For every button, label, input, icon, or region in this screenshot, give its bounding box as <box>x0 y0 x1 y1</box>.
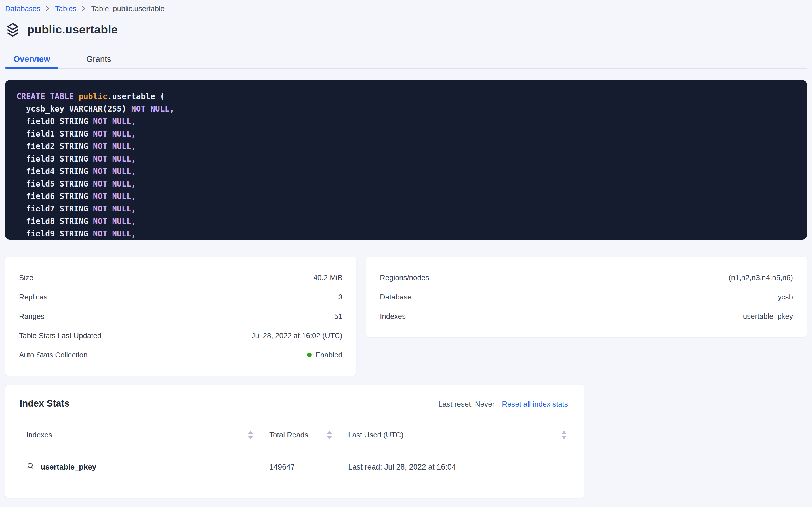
stat-value: Enabled <box>307 351 342 359</box>
summary-stat-row: Regions/nodes(n1,n2,n3,n4,n5,n6) <box>380 268 793 287</box>
sql-line: field8 STRING NOT NULL, <box>16 215 796 228</box>
stat-value: Jul 28, 2022 at 16:02 (UTC) <box>251 331 342 340</box>
table-details-page: Databases Tables Table: public.usertable… <box>0 0 812 498</box>
tab-bar: Overview Grants <box>5 50 807 69</box>
table-details-card: Size40.2 MiBReplicas3Ranges51Table Stats… <box>5 257 356 376</box>
column-header-label: Last Used (UTC) <box>348 431 403 440</box>
summary-stat-row: Replicas3 <box>19 287 342 306</box>
sql-line: field3 STRING NOT NULL, <box>16 153 796 165</box>
column-header-indexes[interactable]: Indexes <box>26 431 269 440</box>
breadcrumb-link-tables[interactable]: Tables <box>55 4 76 13</box>
sql-line: field7 STRING NOT NULL, <box>16 203 796 215</box>
column-header-label: Indexes <box>26 431 52 440</box>
row-divider <box>18 487 572 487</box>
index-name-cell[interactable]: usertable_pkey <box>26 462 269 472</box>
stat-value: 51 <box>334 312 342 321</box>
sort-arrows-icon[interactable] <box>561 431 567 439</box>
index-stats-actions: Last reset: Never Reset all index stats <box>438 400 568 412</box>
last-used-cell: Last read: Jul 28, 2022 at 16:04 <box>348 463 567 471</box>
stat-value: 3 <box>338 293 342 301</box>
index-name: usertable_pkey <box>41 463 97 471</box>
column-header-label: Total Reads <box>269 431 308 440</box>
index-stats-card: Index Stats Last reset: Never Reset all … <box>5 385 584 498</box>
sql-line: field9 STRING NOT NULL, <box>16 228 796 240</box>
stat-value: usertable_pkey <box>743 312 793 321</box>
index-stats-table-header: IndexesTotal ReadsLast Used (UTC) <box>5 423 584 447</box>
summary-stat-row: Auto Stats CollectionEnabled <box>19 345 342 364</box>
status-dot-green <box>307 352 312 357</box>
stat-label: Indexes <box>380 312 406 321</box>
summary-stat-row: Indexesusertable_pkey <box>380 306 793 326</box>
breadcrumb-current: Table: public.usertable <box>91 4 165 13</box>
stat-value: (n1,n2,n3,n4,n5,n6) <box>729 273 793 282</box>
stat-value: ycsb <box>778 293 793 301</box>
summary-stat-row: Ranges51 <box>19 306 342 326</box>
stat-label: Table Stats Last Updated <box>19 331 102 340</box>
index-stats-table-body: usertable_pkey149647Last read: Jul 28, 2… <box>5 447 584 487</box>
breadcrumb: Databases Tables Table: public.usertable <box>5 3 807 14</box>
page-header: public.usertable <box>5 21 807 38</box>
chevron-right-icon <box>45 5 50 12</box>
tab-overview[interactable]: Overview <box>5 50 58 68</box>
regions-database-card: Regions/nodes(n1,n2,n3,n4,n5,n6)Database… <box>366 257 807 337</box>
sort-arrows-icon[interactable] <box>326 431 332 439</box>
sql-line: field0 STRING NOT NULL, <box>16 115 796 128</box>
sql-line: ycsb_key VARCHAR(255) NOT NULL, <box>16 103 796 115</box>
sql-line: field5 STRING NOT NULL, <box>16 178 796 190</box>
summary-cards-row: Size40.2 MiBReplicas3Ranges51Table Stats… <box>5 257 807 376</box>
summary-stat-row: Table Stats Last UpdatedJul 28, 2022 at … <box>19 326 342 345</box>
sql-line: field6 STRING NOT NULL, <box>16 190 796 203</box>
chevron-right-icon <box>81 5 86 12</box>
last-reset-label: Last reset: Never <box>438 400 495 412</box>
breadcrumb-link-databases[interactable]: Databases <box>5 4 40 13</box>
sort-arrows-icon[interactable] <box>248 431 253 439</box>
stat-label: Regions/nodes <box>380 273 429 282</box>
total-reads-cell: 149647 <box>269 463 348 471</box>
stat-label: Database <box>380 293 412 301</box>
stat-label: Auto Stats Collection <box>19 351 87 359</box>
table-stack-icon <box>5 22 20 37</box>
page-title: public.usertable <box>27 23 118 36</box>
summary-stat-row: Databaseycsb <box>380 287 793 306</box>
tab-grants[interactable]: Grants <box>70 50 127 68</box>
summary-stat-row: Size40.2 MiB <box>19 268 342 287</box>
index-stats-row: usertable_pkey149647Last read: Jul 28, 2… <box>5 447 584 487</box>
stat-label: Ranges <box>19 312 45 321</box>
index-stats-header: Index Stats Last reset: Never Reset all … <box>5 385 584 410</box>
reset-all-index-stats-link[interactable]: Reset all index stats <box>502 400 568 408</box>
index-stats-title: Index Stats <box>19 398 69 409</box>
sql-line: field2 STRING NOT NULL, <box>16 140 796 153</box>
sql-line: field4 STRING NOT NULL, <box>16 165 796 178</box>
stat-label: Replicas <box>19 293 47 301</box>
stat-value: 40.2 MiB <box>313 273 342 282</box>
stat-label: Size <box>19 273 34 282</box>
column-header-total-reads[interactable]: Total Reads <box>269 431 348 440</box>
create-table-statement: CREATE TABLE public.usertable ( ycsb_key… <box>5 80 807 240</box>
search-icon <box>26 462 35 472</box>
sql-line: CREATE TABLE public.usertable ( <box>16 90 796 103</box>
column-header-last-used-utc-[interactable]: Last Used (UTC) <box>348 431 567 440</box>
sql-line: field1 STRING NOT NULL, <box>16 128 796 140</box>
